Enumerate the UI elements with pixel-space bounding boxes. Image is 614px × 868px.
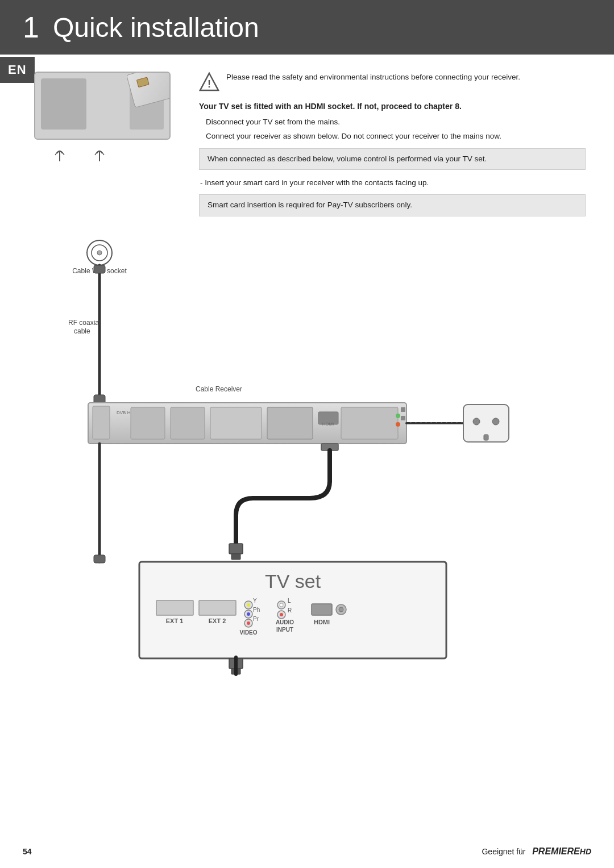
plain-text: - Insert your smart card in your receive…	[200, 177, 586, 189]
svg-rect-7	[94, 265, 105, 273]
svg-text:INPUT: INPUT	[276, 627, 293, 633]
svg-rect-33	[156, 600, 193, 615]
info-box-1: When connected as described below, volum…	[199, 148, 586, 170]
svg-rect-17	[210, 407, 262, 439]
antenna-icon-right	[91, 145, 108, 162]
svg-point-48	[280, 603, 283, 607]
svg-text:Pr: Pr	[253, 616, 259, 622]
svg-rect-63	[484, 435, 488, 440]
svg-rect-16	[171, 407, 205, 439]
header-bar: 1 Quick installation	[0, 0, 614, 55]
main-content: ! Please read the safety and environment…	[0, 55, 614, 697]
svg-text:VIDEO: VIDEO	[239, 629, 257, 636]
svg-text:Ph: Ph	[253, 607, 260, 613]
svg-point-51	[280, 613, 283, 616]
svg-point-41	[247, 612, 250, 616]
smart-card-image	[126, 72, 171, 108]
svg-rect-68	[94, 555, 105, 563]
bold-instruction: Your TV set is fitted with an HDMI socke…	[199, 100, 586, 112]
svg-rect-21	[341, 407, 398, 439]
svg-point-22	[396, 414, 400, 418]
svg-rect-30	[231, 554, 240, 560]
antenna-icon-left	[51, 145, 68, 162]
svg-rect-15	[131, 407, 165, 439]
svg-text:L: L	[288, 598, 291, 604]
svg-text:AUDIO: AUDIO	[276, 619, 294, 625]
svg-point-61	[473, 418, 480, 425]
diagram-svg: Cable Wall socket RF coaxial cable Cable…	[37, 237, 583, 680]
svg-point-44	[247, 621, 250, 625]
svg-point-4	[97, 251, 102, 255]
info-box-2: Smart card insertion is required for Pay…	[199, 194, 586, 216]
svg-rect-18	[267, 407, 313, 439]
connection-diagram: Cable Wall socket RF coaxial cable Cable…	[34, 237, 586, 680]
svg-rect-24	[401, 407, 405, 412]
warning-text: Please read the safety and environmental…	[226, 72, 520, 92]
card-chip	[136, 77, 150, 87]
chapter-number: 1	[23, 10, 39, 44]
signal-icons	[51, 145, 182, 162]
svg-text:Cable Receiver: Cable Receiver	[196, 385, 242, 393]
language-tab: EN	[0, 57, 35, 83]
bullet-2: Connect your receiver as shown below. Do…	[206, 130, 586, 143]
svg-point-62	[492, 418, 499, 425]
warning-icon: !	[199, 72, 219, 92]
brand-name: PREMIEREHD	[532, 846, 591, 856]
footer: 54 Geeignet für PREMIEREHD	[0, 846, 614, 857]
chapter-title: Quick installation	[53, 12, 259, 43]
top-section: ! Please read the safety and environment…	[34, 72, 586, 223]
brand-hd: HD	[580, 847, 591, 856]
svg-rect-55	[312, 604, 332, 615]
svg-text:HDMI: HDMI	[322, 422, 334, 427]
svg-text:EXT 2: EXT 2	[209, 617, 226, 624]
brand-prefix: Geeignet für	[482, 847, 525, 856]
svg-text:!: !	[208, 78, 211, 90]
receiver-illustration	[34, 72, 182, 168]
svg-rect-13	[93, 406, 110, 439]
svg-text:HDMI: HDMI	[314, 619, 330, 625]
svg-point-38	[247, 603, 250, 607]
receiver-box	[34, 72, 171, 140]
svg-text:Y: Y	[253, 598, 257, 604]
instruction-text: ! Please read the safety and environment…	[199, 72, 586, 223]
svg-text:TV set: TV set	[265, 570, 321, 592]
svg-text:R: R	[288, 607, 292, 614]
svg-rect-35	[199, 600, 236, 615]
svg-rect-25	[401, 416, 405, 420]
page-number: 54	[23, 847, 32, 856]
footer-brand: Geeignet für PREMIEREHD	[482, 846, 591, 857]
svg-point-58	[339, 607, 343, 612]
svg-text:cable: cable	[74, 327, 90, 335]
bullet-1: Disconnect your TV set from the mains.	[206, 116, 586, 128]
svg-text:EXT 1: EXT 1	[166, 617, 184, 624]
warning-row: ! Please read the safety and environment…	[199, 72, 586, 92]
svg-text:RF coaxial: RF coaxial	[68, 319, 101, 327]
svg-rect-29	[229, 544, 243, 554]
svg-point-23	[396, 422, 400, 427]
